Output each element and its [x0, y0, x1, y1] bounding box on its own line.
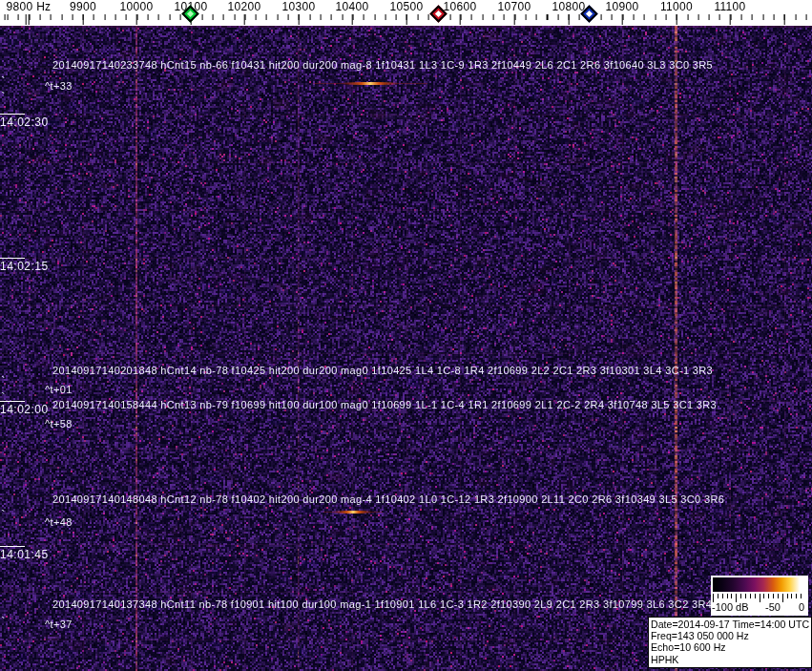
freq-tick-label: 9800 Hz: [7, 0, 52, 13]
time-label-text: 14:02:30: [0, 115, 49, 129]
time-tick-line: [0, 114, 25, 115]
freq-tick-label: 11100: [714, 0, 745, 13]
freq-tick-label: 10500: [390, 0, 424, 13]
info-box-line: Date=2014-09-17 Time=14:00 UTC: [651, 619, 809, 630]
detection-time-tag: ^t+37: [45, 619, 73, 630]
time-label-text: 14:01:45: [0, 548, 49, 561]
event-hash-mark: `: [1, 94, 6, 101]
db-legend-label: 0: [799, 601, 804, 613]
event-hash-mark: `: [1, 512, 6, 519]
freq-tick-label: 9900: [70, 0, 96, 13]
info-box-line: HPHK: [651, 654, 809, 665]
info-box-line: Freq=143 050 000 Hz: [651, 630, 809, 641]
db-gradient-bar: [713, 577, 805, 592]
time-axis-label: 14:02:30: [0, 114, 49, 129]
detection-log-line: 20140917140158444 hCnt13 nb-79 f10699 hi…: [52, 399, 717, 410]
detection-log-line: 20140917140148048 hCnt12 nb-78 f10402 hi…: [52, 493, 724, 505]
detection-log-line: 20140917140233748 hCnt15 nb-66 f10431 hi…: [52, 59, 713, 71]
freq-ruler-major-ticks: [0, 14, 812, 25]
detection-time-tag: ^t+33: [45, 80, 73, 92]
event-hash-mark: `: [1, 78, 6, 86]
freq-tick-label: 10400: [336, 0, 369, 13]
freq-tick-label: 10800: [552, 0, 586, 13]
freq-tick-label: 10600: [444, 0, 477, 13]
time-axis-label: 14:02:15: [0, 258, 49, 273]
time-tick-line: [0, 546, 25, 547]
time-axis-label: 14:01:45: [0, 546, 49, 561]
time-tick-line: [0, 258, 25, 259]
detection-time-tag: ^t+01: [45, 384, 73, 395]
frequency-ruler: 9800 Hz990010000101001020010300104001050…: [0, 0, 812, 26]
spectrogram-overlay: 20140917140233748 hCnt15 nb-66 f10431 hi…: [0, 0, 812, 671]
spectrogram-app: 9800 Hz990010000101001020010300104001050…: [0, 0, 812, 671]
detection-time-tag: ^t+48: [45, 516, 73, 528]
info-box-line: Echo=10 600 Hz: [651, 641, 809, 653]
time-label-text: 14:02:00: [0, 403, 49, 416]
freq-tick-label: 10200: [228, 0, 261, 13]
freq-tick-label: 10300: [282, 0, 316, 13]
db-scale-legend: -100 dB-500: [711, 576, 808, 616]
event-hash-mark: `: [1, 394, 6, 402]
station-info-box: Date=2014-09-17 Time=14:00 UTCFreq=143 0…: [648, 617, 812, 668]
detection-log-line: 20140917140137348 hCnt11 nb-78 f10901 hi…: [52, 598, 712, 610]
detection-time-tag: ^t+58: [45, 418, 73, 430]
event-hash-mark: `: [1, 378, 6, 386]
detection-log-line: 20140917140201848 hCnt14 nb-78 f10425 hi…: [52, 365, 713, 376]
time-label-text: 14:02:15: [0, 260, 49, 273]
db-legend-label: -100 dB: [712, 601, 749, 613]
freq-tick-label: 10900: [606, 0, 639, 13]
freq-tick-label: 10700: [498, 0, 531, 13]
event-hash-mark: `: [1, 619, 6, 626]
time-axis-label: 14:02:00: [0, 401, 49, 416]
freq-tick-label: 11000: [660, 0, 693, 13]
db-legend-label: -50: [765, 601, 781, 613]
freq-tick-label: 10000: [120, 0, 154, 13]
